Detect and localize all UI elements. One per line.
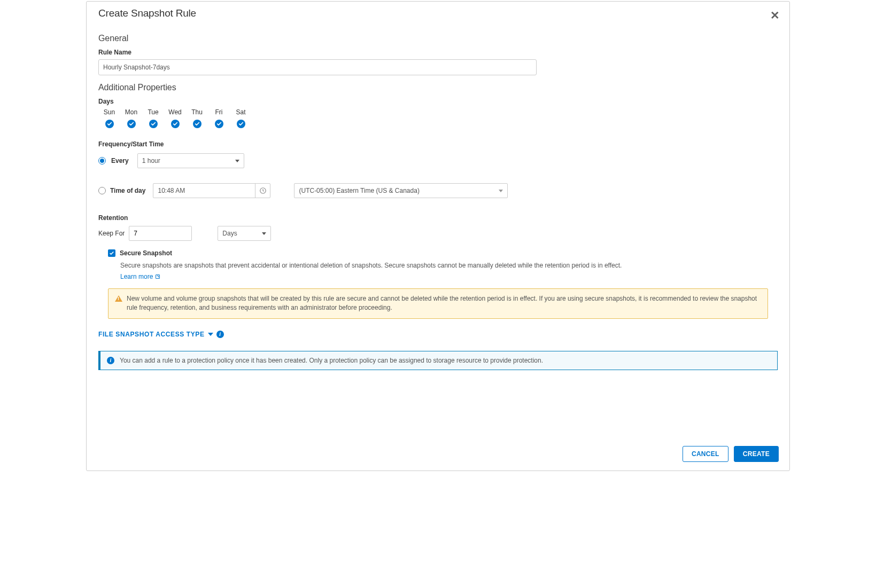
keepfor-unit-select[interactable]: Days	[218, 226, 271, 241]
timezone-select[interactable]: (UTC-05:00) Eastern Time (US & Canada)	[294, 183, 508, 198]
day-check-sun[interactable]	[105, 120, 114, 128]
external-link-icon	[154, 273, 161, 280]
section-general: General	[98, 34, 778, 43]
create-label: CREATE	[743, 450, 770, 458]
scroll-area[interactable]: General Rule Name Additional Properties …	[87, 21, 789, 441]
day-mon: Mon	[120, 108, 142, 129]
chevron-down-icon	[235, 160, 239, 162]
create-button[interactable]: CREATE	[734, 446, 779, 462]
learn-more-text: Learn more	[120, 273, 153, 280]
day-label: Fri	[208, 108, 230, 116]
learn-more-link[interactable]: Learn more	[120, 273, 161, 280]
time-value: 10:48 AM	[158, 187, 185, 194]
close-icon[interactable]: ✕	[770, 7, 778, 21]
page-title: Create Snapshot Rule	[98, 7, 196, 19]
secure-desc: Secure snapshots are snapshots that prev…	[120, 261, 778, 270]
secure-checkbox[interactable]	[108, 249, 115, 257]
frequency-label: Frequency/Start Time	[98, 140, 778, 148]
radio-every[interactable]	[98, 157, 106, 164]
every-select[interactable]: 1 hour	[137, 153, 244, 168]
cancel-label: CANCEL	[692, 450, 719, 458]
warning-alert: New volume and volume group snapshots th…	[108, 288, 768, 319]
day-check-tue[interactable]	[149, 120, 158, 128]
day-check-thu[interactable]	[193, 120, 201, 128]
day-label: Thu	[186, 108, 208, 116]
day-check-wed[interactable]	[171, 120, 180, 128]
day-check-mon[interactable]	[127, 120, 136, 128]
access-type-toggle[interactable]: FILE SNAPSHOT ACCESS TYPE i	[98, 331, 778, 338]
freq-timeofday-row: Time of day 10:48 AM (UTC-05:00) Eastern…	[98, 183, 778, 198]
day-label: Wed	[164, 108, 186, 116]
days-row: Sun Mon Tue Wed Thu Fri	[98, 108, 778, 129]
day-thu: Thu	[186, 108, 208, 129]
freq-every-row: Every 1 hour	[98, 153, 778, 168]
chevron-down-icon	[499, 190, 503, 192]
modal: Create Snapshot Rule ✕ General Rule Name…	[86, 1, 790, 471]
day-tue: Tue	[142, 108, 164, 129]
day-label: Tue	[142, 108, 164, 116]
secure-title: Secure Snapshot	[120, 249, 172, 257]
info-icon[interactable]: i	[216, 331, 224, 338]
day-fri: Fri	[208, 108, 230, 129]
info-banner: i You can add a rule to a protection pol…	[98, 351, 778, 370]
chevron-down-icon	[262, 232, 266, 235]
modal-header: Create Snapshot Rule ✕	[87, 2, 789, 21]
secure-block: Secure Snapshot Secure snapshots are sna…	[108, 249, 778, 281]
warning-text: New volume and volume group snapshots th…	[127, 294, 761, 313]
days-label: Days	[98, 98, 778, 105]
every-value: 1 hour	[142, 157, 160, 164]
warning-icon	[115, 295, 122, 302]
time-input[interactable]: 10:48 AM	[153, 183, 270, 198]
retention-block: Retention Keep For Days Secure Snapshot …	[98, 214, 778, 319]
info-icon: i	[107, 357, 114, 364]
chevron-down-icon	[208, 333, 213, 336]
timezone-value: (UTC-05:00) Eastern Time (US & Canada)	[299, 187, 419, 194]
day-sat: Sat	[230, 108, 252, 129]
retention-label: Retention	[98, 214, 778, 222]
rule-name-label: Rule Name	[98, 49, 778, 56]
svg-rect-1	[156, 275, 160, 278]
cancel-button[interactable]: CANCEL	[683, 446, 728, 462]
keepfor-input[interactable]	[129, 226, 192, 241]
access-type-label: FILE SNAPSHOT ACCESS TYPE	[98, 331, 205, 338]
secure-row: Secure Snapshot	[108, 249, 778, 257]
clock-icon[interactable]	[255, 184, 270, 198]
keepfor-label: Keep For	[98, 230, 125, 237]
modal-footer: CANCEL CREATE	[87, 441, 789, 471]
keepfor-unit: Days	[222, 230, 237, 237]
day-sun: Sun	[98, 108, 120, 129]
day-label: Sun	[98, 108, 120, 116]
info-text: You can add a rule to a protection polic…	[120, 357, 543, 364]
day-label: Mon	[120, 108, 142, 116]
keepfor-row: Keep For Days	[98, 226, 778, 241]
day-check-sat[interactable]	[237, 120, 245, 128]
radio-every-label: Every	[111, 157, 129, 164]
radio-timeofday-label: Time of day	[110, 187, 145, 194]
day-wed: Wed	[164, 108, 186, 129]
radio-timeofday[interactable]	[98, 187, 106, 194]
rule-name-input[interactable]	[98, 59, 537, 75]
day-label: Sat	[230, 108, 252, 116]
section-additional: Additional Properties	[98, 83, 778, 92]
day-check-fri[interactable]	[215, 120, 223, 128]
